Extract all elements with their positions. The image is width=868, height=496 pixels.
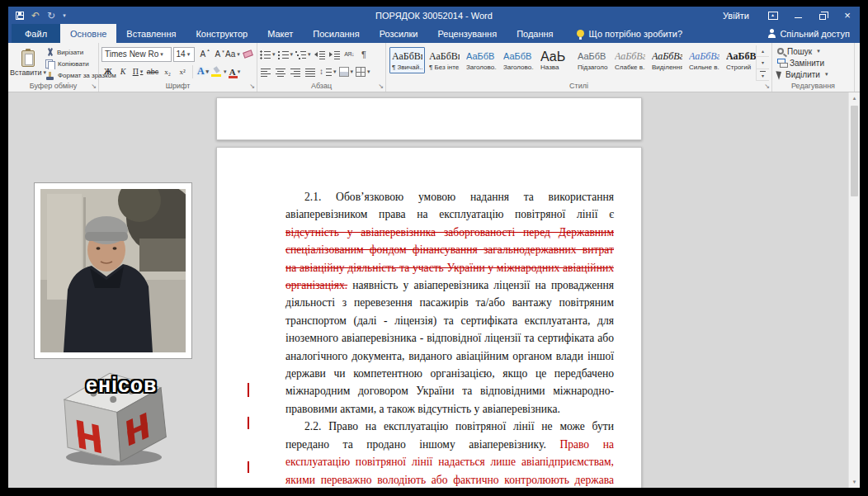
tab-mailings[interactable]: Розсилки	[370, 24, 428, 43]
tell-me-box[interactable]: Що потрібно зробити?	[577, 24, 683, 43]
shading-icon	[339, 67, 349, 77]
styles-scroll-down-icon[interactable]	[757, 57, 769, 68]
borders-button[interactable]	[356, 64, 370, 79]
font-color-icon: А	[229, 67, 236, 77]
decrease-indent-button[interactable]	[314, 47, 326, 62]
style-item-emphasis[interactable]: АаБбВгГдВиділення	[649, 47, 685, 73]
style-item-heading1[interactable]: АаБбВЗаголово...	[464, 47, 499, 73]
page-2[interactable]: 2.1. Обов’язковою умовою надання та вико…	[216, 147, 642, 488]
document-text[interactable]: 2.1. Обов’язковою умовою надання та вико…	[285, 188, 614, 488]
bullets-button[interactable]	[260, 47, 276, 62]
page-1-bottom-fragment[interactable]	[216, 97, 642, 140]
tab-home[interactable]: Основне	[60, 24, 116, 43]
align-left-button[interactable]	[260, 64, 272, 79]
select-button[interactable]: Виділити	[777, 68, 851, 80]
style-name: Заголово...	[503, 64, 534, 72]
style-item-heading2[interactable]: АаБбВЗаголово...	[501, 47, 536, 73]
style-item-subtitle[interactable]: АаБбВПідзаголо...	[575, 47, 611, 73]
subscript-button[interactable]: х₂	[161, 64, 174, 79]
paste-button[interactable]: Вставити	[11, 45, 45, 81]
styles-scroll-up-icon[interactable]	[757, 45, 769, 57]
save-icon[interactable]	[16, 12, 24, 20]
scrollbar-thumb[interactable]	[851, 106, 858, 196]
text-effects-button[interactable]: А	[196, 64, 210, 79]
style-name: ¶ Без інте...	[429, 64, 460, 72]
bold-button[interactable]: Ж	[101, 64, 115, 79]
shrink-font-button[interactable]: А	[211, 47, 224, 62]
find-button[interactable]: Пошук	[777, 45, 851, 57]
undo-icon[interactable]: ↶	[31, 12, 40, 20]
justify-icon	[305, 67, 316, 77]
show-formatting-marks-button[interactable]: ¶	[358, 47, 370, 62]
clipboard-dialog-launcher-icon[interactable]	[91, 83, 97, 90]
style-item-subtle-emphasis[interactable]: АаБбВгГдСлабке в...	[612, 47, 648, 73]
sort-button[interactable]: АЯ↓	[343, 47, 356, 62]
lightbulb-icon	[577, 30, 584, 37]
facecam-photo	[40, 189, 186, 352]
strikethrough-button[interactable]: abc	[146, 64, 159, 79]
justify-button[interactable]	[304, 64, 317, 79]
eraser-icon	[243, 50, 253, 58]
clear-formatting-button[interactable]	[241, 47, 254, 62]
redo-icon[interactable]: ↻	[47, 12, 55, 20]
font-size-combo[interactable]: 14	[173, 47, 195, 62]
tab-view[interactable]: Подання	[507, 24, 563, 43]
align-right-button[interactable]	[290, 64, 302, 79]
paragraph-group-label: Абзац	[257, 81, 385, 92]
tab-insert[interactable]: Вставлення	[116, 24, 186, 43]
style-item-strong[interactable]: АаБбВгГдСтрогий	[724, 47, 756, 73]
replace-button[interactable]: Замінити	[777, 57, 851, 68]
highlight-color-button[interactable]	[211, 64, 227, 79]
style-preview: АаБбВ	[503, 50, 534, 64]
vertical-scrollbar[interactable]	[848, 92, 860, 488]
copy-icon	[45, 59, 55, 69]
styles-gallery: АаБбВгГд¶ Звичай... АаБбВгГд¶ Без інте..…	[389, 45, 756, 81]
tab-file[interactable]: Файл	[12, 24, 60, 43]
superscript-button[interactable]: х²	[176, 64, 189, 79]
customize-qat-icon[interactable]: ▾	[63, 12, 66, 19]
tab-references[interactable]: Посилання	[303, 24, 369, 43]
minimize-button[interactable]	[785, 7, 810, 24]
share-button[interactable]: Спільний доступ	[759, 24, 860, 43]
scroll-up-icon[interactable]	[849, 92, 860, 104]
styles-group-label: Стилі	[386, 81, 771, 92]
multilevel-list-button[interactable]	[295, 47, 311, 62]
style-item-title[interactable]: АаЬНазва	[538, 47, 573, 73]
restore-icon	[819, 14, 826, 20]
italic-button[interactable]: К	[116, 64, 130, 79]
underline-button[interactable]: П	[131, 64, 144, 79]
group-font: Times New Ro 14 А А Аа Ж К П abc х₂ х² А…	[99, 43, 257, 92]
font-family-value: Times New Ro	[105, 50, 158, 59]
close-button[interactable]: ×	[835, 7, 860, 24]
increase-indent-button[interactable]	[328, 47, 341, 62]
ribbon-display-options-button[interactable]	[761, 7, 785, 24]
font-color-button[interactable]: А	[229, 64, 242, 79]
grow-font-button[interactable]: А	[196, 47, 210, 62]
sign-in-button[interactable]: Увійти	[711, 11, 761, 21]
group-editing: Пошук Замінити Виділити Редагування	[772, 43, 855, 92]
change-case-button[interactable]: Аа	[226, 47, 239, 62]
style-item-no-spacing[interactable]: АаБбВгГд¶ Без інте...	[427, 47, 462, 73]
style-preview: АаБбВгГд	[726, 50, 756, 64]
styles-gallery-more-icon[interactable]	[757, 69, 769, 81]
style-item-normal[interactable]: АаБбВгГд¶ Звичай...	[389, 47, 425, 73]
tab-layout[interactable]: Макет	[257, 24, 303, 43]
facecam-overlay	[35, 183, 191, 358]
paragraph-dialog-launcher-icon[interactable]	[378, 83, 384, 90]
font-dialog-launcher-icon[interactable]	[249, 83, 255, 90]
increase-indent-icon	[329, 50, 340, 59]
restore-button[interactable]	[810, 7, 835, 24]
scroll-down-icon[interactable]	[849, 476, 860, 488]
style-item-intense-emphasis[interactable]: АаБбВгГдСильне в...	[686, 47, 722, 73]
style-name: Строгий	[726, 64, 756, 72]
font-family-combo[interactable]: Times New Ro	[101, 47, 172, 62]
align-center-button[interactable]	[275, 64, 287, 79]
shading-button[interactable]	[339, 64, 354, 79]
copy-label: Копіювати	[58, 60, 89, 68]
tab-review[interactable]: Рецензування	[427, 24, 507, 43]
tab-design[interactable]: Конструктор	[186, 24, 257, 43]
change-bar	[248, 417, 249, 429]
numbering-button[interactable]	[278, 47, 294, 62]
line-spacing-button[interactable]	[319, 64, 337, 79]
styles-dialog-launcher-icon[interactable]	[764, 83, 770, 90]
